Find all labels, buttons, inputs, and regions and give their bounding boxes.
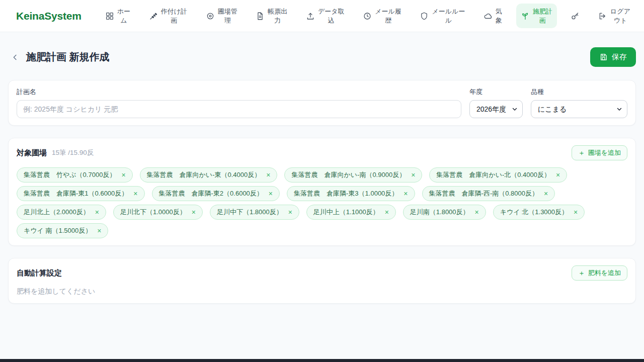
field-chip-label: 集落営農 倉庫隣-東1（0.6000反）	[24, 189, 128, 198]
nav-item-label: 気 象	[496, 7, 502, 25]
field-chip: 集落営農 倉庫向かい-東（0.4000反） ×	[140, 167, 278, 183]
field-chip-label: 足川南（1.8000反）	[410, 208, 469, 217]
field-chip-label: 集落営農 竹やぶ（0.7000反）	[24, 170, 116, 179]
nav-item-home[interactable]: ホー ム	[101, 4, 135, 28]
field-chip: 足川中上（1.1000反） ×	[306, 205, 396, 220]
remove-chip-icon[interactable]: ×	[121, 171, 125, 178]
field-chip-label: キウイ 北（1.3000反）	[500, 208, 568, 217]
fertilizer-empty-text: 肥料を追加してください	[17, 287, 627, 296]
add-field-button[interactable]: ＋ 圃場を追加	[572, 145, 627, 160]
field-chip: 集落営農 倉庫隣-東2（0.6000反） ×	[152, 186, 280, 201]
main-content: 施肥計画 新規作成 保存 計画名 年度 2026年度	[0, 47, 644, 304]
history-icon	[363, 12, 372, 21]
upload-icon	[306, 12, 315, 21]
add-fertilizer-button-label: 肥料を追加	[588, 268, 621, 278]
field-chip: キウイ 北（1.3000反） ×	[493, 205, 585, 220]
nav-item-key[interactable]	[566, 8, 584, 24]
field-chip-label: 足川中上（1.1000反）	[313, 208, 379, 217]
plan-name-input[interactable]	[17, 100, 461, 118]
remove-chip-icon[interactable]: ×	[556, 171, 560, 178]
plus-icon: ＋	[578, 269, 585, 277]
remove-chip-icon[interactable]: ×	[97, 227, 101, 234]
remove-chip-icon[interactable]: ×	[192, 209, 196, 216]
remove-chip-icon[interactable]: ×	[475, 209, 479, 216]
target-fields-summary: 15筆 /15.90反	[52, 148, 94, 157]
save-icon	[599, 53, 608, 61]
add-fertilizer-button[interactable]: ＋ 肥料を追加	[572, 265, 627, 281]
remove-chip-icon[interactable]: ×	[95, 209, 99, 216]
field-chip-label: 集落営農 倉庫向かい-東（0.4000反）	[147, 170, 261, 179]
nav-item-logout[interactable]: ログア ウト	[594, 4, 635, 28]
field-chip-label: 集落営農 倉庫隣-西-南（0.8000反）	[429, 189, 538, 198]
nav-item-mail-rules[interactable]: メールルー ル	[415, 4, 469, 28]
field-chip: 集落営農 倉庫隣-西-南（0.8000反） ×	[422, 186, 555, 201]
map-pin-icon	[206, 12, 215, 21]
wheat-icon	[149, 12, 158, 21]
field-chip-label: 集落営農 倉庫向かい-南（0.9000反）	[291, 170, 406, 179]
back-button[interactable]	[8, 50, 22, 64]
year-label: 年度	[469, 87, 523, 97]
field-chip-label: 集落営農 倉庫隣-東3（1.0000反）	[294, 189, 398, 198]
field-chip: 集落営農 倉庫向かい-北（0.4000反） ×	[429, 167, 567, 183]
field-chip: 足川北下（1.0000反） ×	[113, 205, 203, 220]
save-button[interactable]: 保存	[590, 47, 636, 67]
brand-logo[interactable]: KeinaSystem	[16, 10, 82, 22]
chevron-left-icon	[11, 53, 20, 62]
field-chip: 集落営農 倉庫隣-東1（0.6000反） ×	[17, 186, 145, 201]
nav-item-mail-history[interactable]: メール履 歴	[358, 4, 406, 28]
target-fields-card: 対象圃場 15筆 /15.90反 ＋ 圃場を追加 集落営農 竹やぶ（0.7000…	[8, 138, 636, 246]
nav-item-fertilization[interactable]: 施肥計 画	[516, 4, 557, 28]
nav-item-report-output[interactable]: 帳票出 力	[251, 4, 292, 28]
logout-icon	[598, 12, 607, 21]
nav-item-label: ホー ム	[117, 7, 130, 25]
field-chip-label: 集落営農 倉庫隣-東2（0.6000反）	[159, 189, 263, 198]
nav-item-data-import[interactable]: データ取 込	[301, 4, 349, 28]
cloud-icon	[484, 12, 493, 21]
field-chip: キウイ 南（1.5000反） ×	[17, 223, 108, 238]
shield-icon	[420, 12, 429, 21]
nav-item-cropping-plan[interactable]: 作付け計 画	[144, 4, 192, 28]
nav-menu: ホー ム 作付け計 画 圃場管 理 帳票出 力 データ取 込 メール履 歴 メー…	[101, 4, 635, 28]
field-chip: 集落営農 倉庫隣-東3（1.0000反） ×	[287, 186, 415, 201]
nav-item-label: 作付け計 画	[161, 7, 187, 25]
remove-chip-icon[interactable]: ×	[544, 190, 548, 197]
field-chip: 足川中下（1.8000反） ×	[210, 205, 299, 220]
auto-calc-card: 自動計算設定 ＋ 肥料を追加 肥料を追加してください	[8, 258, 636, 304]
field-chip-label: 足川北上（2.0000反）	[24, 208, 90, 217]
plus-icon: ＋	[578, 149, 585, 156]
page-title: 施肥計画 新規作成	[26, 50, 110, 64]
field-chip-list: 集落営農 竹やぶ（0.7000反） × 集落営農 倉庫向かい-東（0.4000反…	[17, 167, 627, 238]
plan-form-card: 計画名 年度 2026年度 品種 にこまる	[8, 80, 636, 126]
variety-label: 品種	[531, 87, 627, 97]
nav-item-label: 施肥計 画	[533, 7, 552, 25]
remove-chip-icon[interactable]: ×	[411, 171, 415, 178]
key-icon	[571, 12, 580, 21]
nav-item-label: メール履 歴	[375, 7, 401, 25]
field-chip-label: 足川中下（1.8000反）	[217, 208, 283, 217]
remove-chip-icon[interactable]: ×	[404, 190, 408, 197]
year-select[interactable]: 2026年度	[469, 100, 523, 118]
file-icon	[256, 12, 265, 21]
grid-icon	[105, 12, 114, 21]
nav-item-label: 帳票出 力	[268, 7, 287, 25]
bottom-edge-bar	[0, 359, 644, 362]
nav-item-field-mgmt[interactable]: 圃場管 理	[201, 4, 242, 28]
field-chip: 集落営農 倉庫向かい-南（0.9000反） ×	[284, 167, 422, 183]
save-button-label: 保存	[612, 52, 627, 62]
page-header: 施肥計画 新規作成 保存	[8, 47, 636, 67]
remove-chip-icon[interactable]: ×	[574, 209, 578, 216]
nav-item-label: データ取 込	[318, 7, 345, 25]
variety-select[interactable]: にこまる	[531, 100, 627, 118]
plan-name-label: 計画名	[17, 87, 461, 97]
remove-chip-icon[interactable]: ×	[266, 171, 270, 178]
remove-chip-icon[interactable]: ×	[133, 190, 137, 197]
auto-calc-title: 自動計算設定	[17, 268, 62, 278]
sprout-icon	[521, 12, 530, 21]
remove-chip-icon[interactable]: ×	[288, 209, 292, 216]
field-chip: 足川南（1.8000反） ×	[403, 205, 486, 220]
remove-chip-icon[interactable]: ×	[269, 190, 273, 197]
nav-item-weather[interactable]: 気 象	[479, 4, 507, 28]
add-field-button-label: 圃場を追加	[588, 148, 621, 157]
remove-chip-icon[interactable]: ×	[385, 209, 389, 216]
field-chip: 足川北上（2.0000反） ×	[17, 205, 106, 220]
